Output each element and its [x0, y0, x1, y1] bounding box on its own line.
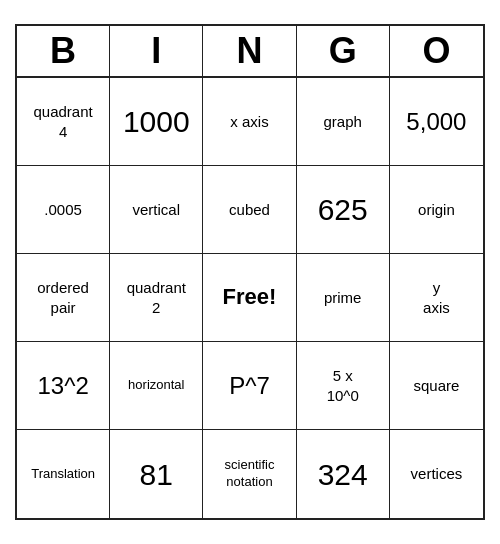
bingo-cell: Free! — [203, 254, 296, 342]
bingo-cell: graph — [297, 78, 390, 166]
header-letter: O — [390, 26, 483, 76]
header-letter: G — [297, 26, 390, 76]
bingo-header: BINGO — [17, 26, 483, 78]
bingo-cell: cubed — [203, 166, 296, 254]
header-letter: N — [203, 26, 296, 76]
bingo-cell: Translation — [17, 430, 110, 518]
bingo-cell: 5,000 — [390, 78, 483, 166]
bingo-cell: quadrant 4 — [17, 78, 110, 166]
bingo-cell: square — [390, 342, 483, 430]
header-letter: B — [17, 26, 110, 76]
bingo-cell: x axis — [203, 78, 296, 166]
bingo-cell: scientific notation — [203, 430, 296, 518]
bingo-card: BINGO quadrant 41000x axisgraph5,000.000… — [15, 24, 485, 520]
bingo-cell: 13^2 — [17, 342, 110, 430]
bingo-cell: prime — [297, 254, 390, 342]
bingo-cell: .0005 — [17, 166, 110, 254]
bingo-cell: y axis — [390, 254, 483, 342]
bingo-cell: P^7 — [203, 342, 296, 430]
bingo-grid: quadrant 41000x axisgraph5,000.0005verti… — [17, 78, 483, 518]
bingo-cell: vertical — [110, 166, 203, 254]
bingo-cell: horizontal — [110, 342, 203, 430]
bingo-cell: 81 — [110, 430, 203, 518]
header-letter: I — [110, 26, 203, 76]
bingo-cell: 1000 — [110, 78, 203, 166]
bingo-cell: quadrant 2 — [110, 254, 203, 342]
bingo-cell: ordered pair — [17, 254, 110, 342]
bingo-cell: vertices — [390, 430, 483, 518]
bingo-cell: 625 — [297, 166, 390, 254]
bingo-cell: 324 — [297, 430, 390, 518]
bingo-cell: origin — [390, 166, 483, 254]
bingo-cell: 5 x 10^0 — [297, 342, 390, 430]
